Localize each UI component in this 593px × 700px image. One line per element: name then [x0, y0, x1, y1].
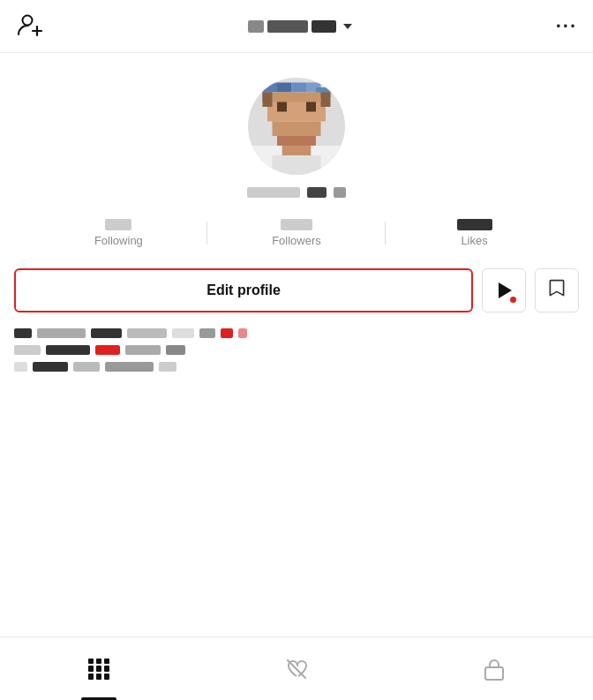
nav-item-grid[interactable]: [0, 637, 198, 700]
profile-section: Following Followers Likes Edit profile: [0, 53, 593, 379]
username-area[interactable]: [248, 20, 352, 33]
followers-stat[interactable]: Followers: [207, 219, 386, 247]
svg-rect-14: [306, 102, 316, 112]
svg-rect-16: [321, 93, 331, 108]
svg-rect-12: [277, 136, 316, 146]
likes-stat[interactable]: Likes: [386, 219, 564, 247]
following-count: [105, 219, 131, 230]
edit-profile-button[interactable]: Edit profile: [14, 268, 473, 312]
svg-rect-11: [273, 122, 321, 137]
heart-slash-icon: [284, 657, 309, 681]
following-label: Following: [94, 234, 143, 247]
avatar-image: [248, 78, 345, 175]
stats-row: Following Followers Likes: [30, 219, 564, 247]
svg-rect-10: [267, 102, 326, 122]
chevron-down-icon: [343, 24, 352, 29]
bio-section: [14, 328, 579, 379]
nav-item-private[interactable]: [395, 637, 593, 700]
lock-icon: [484, 657, 505, 681]
svg-rect-22: [485, 667, 503, 680]
nav-left: [16, 11, 44, 42]
svg-rect-15: [263, 93, 273, 108]
likes-label: Likes: [461, 234, 487, 247]
following-stat[interactable]: Following: [30, 219, 208, 247]
svg-rect-5: [292, 83, 307, 93]
add-user-icon[interactable]: [16, 11, 44, 42]
play-icon: [499, 282, 512, 298]
bookmark-button[interactable]: [535, 268, 579, 312]
svg-rect-13: [277, 102, 287, 112]
bookmark-icon: [547, 279, 567, 302]
bio-line-2: [14, 345, 579, 355]
action-row: Edit profile: [14, 268, 579, 312]
svg-point-0: [23, 15, 33, 25]
youtube-button[interactable]: [482, 268, 526, 312]
followers-label: Followers: [272, 234, 321, 247]
svg-rect-3: [263, 83, 278, 93]
bio-line-3: [14, 362, 579, 372]
more-options-icon[interactable]: ···: [556, 15, 577, 38]
svg-rect-17: [282, 146, 312, 155]
likes-count: [457, 219, 492, 230]
grid-icon: [88, 659, 109, 680]
svg-rect-4: [277, 83, 292, 93]
nav-item-liked[interactable]: [198, 637, 395, 700]
bottom-navigation: [0, 636, 593, 700]
notification-dot: [510, 297, 516, 303]
username-placeholder: [248, 20, 336, 33]
top-navigation: ···: [0, 0, 593, 53]
avatar: [248, 78, 345, 175]
followers-count: [281, 219, 312, 230]
nav-right: ···: [556, 15, 577, 38]
bio-line-1: [14, 328, 579, 338]
svg-rect-20: [273, 155, 321, 175]
profile-username: [247, 187, 346, 198]
